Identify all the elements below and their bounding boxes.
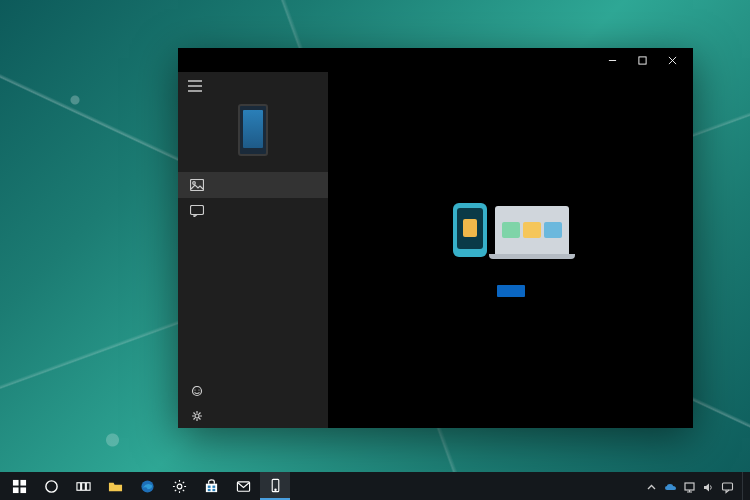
svg-rect-0 xyxy=(638,56,645,63)
store-button[interactable] xyxy=(196,472,226,500)
svg-point-5 xyxy=(194,389,195,390)
svg-rect-10 xyxy=(12,487,18,493)
start-button[interactable] xyxy=(4,472,34,500)
svg-rect-21 xyxy=(207,488,210,490)
settings-icon xyxy=(190,410,204,422)
feedback-icon xyxy=(190,386,204,398)
svg-rect-20 xyxy=(212,485,215,487)
system-tray xyxy=(645,480,740,493)
nav-item-feedback[interactable] xyxy=(178,380,328,404)
svg-rect-14 xyxy=(81,482,85,490)
illustration xyxy=(453,203,569,257)
tray-network-icon[interactable] xyxy=(683,480,696,493)
svg-rect-27 xyxy=(723,483,733,490)
hamburger-button[interactable] xyxy=(178,72,328,98)
tray-chevron-up-icon[interactable] xyxy=(645,480,658,493)
edge-button[interactable] xyxy=(132,472,162,500)
svg-rect-3 xyxy=(191,206,204,215)
desktop-wallpaper xyxy=(0,0,750,500)
svg-rect-11 xyxy=(20,487,26,493)
nav-list xyxy=(178,172,328,224)
photo-icon xyxy=(190,179,204,191)
svg-point-2 xyxy=(193,182,196,185)
svg-rect-1 xyxy=(191,180,204,191)
content-pane xyxy=(328,72,693,428)
svg-rect-18 xyxy=(205,483,216,491)
svg-rect-26 xyxy=(685,483,694,490)
tray-action-center-icon[interactable] xyxy=(721,480,734,493)
svg-rect-8 xyxy=(12,479,18,485)
show-desktop-button[interactable] xyxy=(742,472,746,500)
svg-point-12 xyxy=(45,480,56,491)
nav-item-photos[interactable] xyxy=(178,172,328,198)
svg-point-7 xyxy=(195,414,199,418)
svg-point-6 xyxy=(198,389,199,390)
your-phone-window xyxy=(178,48,693,428)
illustration-laptop-icon xyxy=(495,206,569,254)
svg-rect-9 xyxy=(20,479,26,485)
svg-point-4 xyxy=(193,387,202,396)
nav-item-messages[interactable] xyxy=(178,198,328,224)
sidebar xyxy=(178,72,328,428)
phone-thumbnail-icon xyxy=(238,104,268,156)
your-phone-taskbar-button[interactable] xyxy=(260,472,290,500)
message-icon xyxy=(190,205,204,217)
tray-volume-icon[interactable] xyxy=(702,480,715,493)
titlebar[interactable] xyxy=(178,48,693,72)
svg-rect-15 xyxy=(86,482,90,490)
tray-onedrive-icon[interactable] xyxy=(664,480,677,493)
minimize-button[interactable] xyxy=(597,48,627,72)
taskbar-settings-button[interactable] xyxy=(164,472,194,500)
close-button[interactable] xyxy=(657,48,687,72)
taskbar xyxy=(0,472,750,500)
file-explorer-button[interactable] xyxy=(100,472,130,500)
cortana-button[interactable] xyxy=(36,472,66,500)
taskview-button[interactable] xyxy=(68,472,98,500)
nav-item-settings[interactable] xyxy=(178,404,328,428)
maximize-button[interactable] xyxy=(627,48,657,72)
svg-rect-19 xyxy=(207,485,210,487)
svg-point-17 xyxy=(177,484,182,489)
illustration-phone-icon xyxy=(453,203,487,257)
svg-point-25 xyxy=(274,489,275,490)
mail-button[interactable] xyxy=(228,472,258,500)
device-section[interactable] xyxy=(178,98,328,172)
bottom-nav xyxy=(178,380,328,428)
svg-rect-22 xyxy=(212,488,215,490)
svg-rect-13 xyxy=(76,482,80,490)
see-photos-button[interactable] xyxy=(497,285,525,297)
